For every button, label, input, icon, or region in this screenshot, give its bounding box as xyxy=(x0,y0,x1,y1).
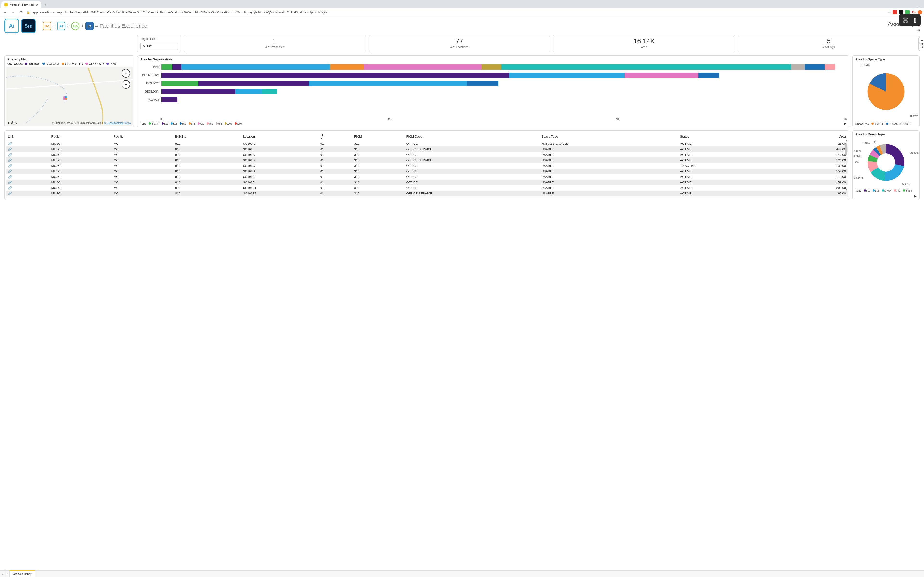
legend-item[interactable]: 4014004 xyxy=(25,62,40,66)
locations-table[interactable]: ▲ ▼ LinkRegionFacilityBuildingLocationFl… xyxy=(6,132,848,198)
forward-button[interactable]: → xyxy=(10,10,16,15)
table-header[interactable]: Region xyxy=(49,132,111,141)
donut-chart[interactable]: 30.12% 26.09% 13.69% 10... 4.46% 4.35% 1… xyxy=(853,137,919,188)
legend-item[interactable]: BIOLOGY xyxy=(42,62,60,66)
table-row[interactable]: 🔗MUSCMC810SC101F01310OFFICEUSABLEACTIVE1… xyxy=(6,180,848,185)
kpi-card[interactable]: 1# of Properties xyxy=(184,35,366,52)
url-text[interactable]: app.powerbi.com/reportEmbed?reportId=d9d… xyxy=(32,10,885,14)
table-header[interactable]: Flr xyxy=(318,132,352,141)
link-icon[interactable]: 🔗 xyxy=(8,192,12,195)
table-header[interactable]: Facility xyxy=(111,132,173,141)
legend-item[interactable]: 750 xyxy=(894,189,900,192)
page-next-button[interactable]: › xyxy=(5,571,10,577)
legend-more-icon[interactable]: ▶ xyxy=(914,195,916,198)
bar-segment[interactable] xyxy=(162,89,235,94)
legend-item[interactable]: CHEMISTRY xyxy=(61,62,83,66)
table-header[interactable]: Status xyxy=(678,132,767,141)
link-icon[interactable]: 🔗 xyxy=(8,142,12,145)
link-icon[interactable]: 🔗 xyxy=(8,147,12,151)
table-header[interactable]: Building xyxy=(173,132,241,141)
bar-segment[interactable] xyxy=(467,81,498,86)
filters-pane-toggle[interactable]: Filters ‹ xyxy=(919,38,924,50)
scroll-down-icon[interactable]: ▼ xyxy=(845,189,848,191)
map-zoom-in-button[interactable]: + xyxy=(121,69,130,77)
bar-segment[interactable] xyxy=(501,64,791,70)
ext-icon[interactable] xyxy=(918,10,922,15)
link-cell[interactable]: 🔗 xyxy=(6,152,49,158)
legend-item[interactable]: USABLE xyxy=(871,122,884,125)
bar-row[interactable]: GEOLOGY xyxy=(141,87,846,96)
legend-item[interactable]: 315 xyxy=(171,122,177,125)
legend-item[interactable]: (Blank) xyxy=(149,122,159,125)
legend-item[interactable]: 315 xyxy=(873,189,879,192)
table-header[interactable]: FICM Desc xyxy=(404,132,540,141)
bar-segment[interactable] xyxy=(162,73,509,78)
table-row[interactable]: 🔗MUSCMC810SC101A01310OFFICEUSABLEACTIVE1… xyxy=(6,152,848,158)
osm-link[interactable]: © OpenStreetMap xyxy=(104,122,123,124)
legend-item[interactable]: (Blank) xyxy=(903,189,913,192)
kpi-card[interactable]: 5# of Org's xyxy=(738,35,920,52)
link-cell[interactable]: 🔗 xyxy=(6,174,49,180)
link-cell[interactable]: 🔗 xyxy=(6,180,49,185)
link-cell[interactable]: 🔗 xyxy=(6,147,49,152)
link-icon[interactable]: 🔗 xyxy=(8,175,12,179)
page-prev-button[interactable]: ‹ xyxy=(0,571,5,577)
link-icon[interactable]: 🔗 xyxy=(8,153,12,156)
reload-button[interactable]: ⟳ xyxy=(18,10,24,15)
scroll-up-icon[interactable]: ▲ xyxy=(845,139,848,142)
legend-item[interactable]: NONASSIGNABLE xyxy=(886,122,911,125)
bar-segment[interactable] xyxy=(235,89,261,94)
bar-segment[interactable] xyxy=(172,64,181,70)
table-row[interactable]: 🔗MUSCMC810SC10101315OFFICE SERVICEUSABLE… xyxy=(6,147,848,152)
table-row[interactable]: 🔗MUSCMC810SC101E01310OFFICEUSABLEACTIVE1… xyxy=(6,174,848,180)
table-header[interactable]: Location xyxy=(241,132,318,141)
legend-item[interactable]: 310 xyxy=(864,189,870,192)
browser-tab[interactable]: Microsoft Power BI ✕ xyxy=(2,2,41,8)
star-icon[interactable]: ☆ xyxy=(887,10,890,14)
close-tab-icon[interactable]: ✕ xyxy=(36,3,38,6)
bar-segment[interactable] xyxy=(363,64,481,70)
bar-segment[interactable] xyxy=(181,64,330,70)
map-zoom-out-button[interactable]: − xyxy=(121,80,130,89)
link-icon[interactable]: 🔗 xyxy=(8,181,12,184)
legend-more-icon[interactable]: ▶ xyxy=(844,122,846,125)
bar-segment[interactable] xyxy=(509,73,625,78)
bar-segment[interactable] xyxy=(791,64,804,70)
table-row[interactable]: 🔗MUSCMC810SC101F101310OFFICEUSABLEACTIVE… xyxy=(6,185,848,191)
legend-item[interactable]: 750 xyxy=(207,122,213,125)
ext-icon[interactable]: Tp xyxy=(911,10,916,15)
bar-row[interactable]: BIOLOGY xyxy=(141,79,846,87)
ext-icon[interactable] xyxy=(893,10,897,15)
ext-icon[interactable] xyxy=(905,10,909,15)
legend-item[interactable]: 310 xyxy=(162,122,168,125)
bar-segment[interactable] xyxy=(262,89,278,94)
window-menu-icon[interactable]: ⋯ xyxy=(917,3,921,8)
legend-item[interactable]: WWW xyxy=(882,189,892,192)
bar-segment[interactable] xyxy=(198,81,309,86)
link-cell[interactable]: 🔗 xyxy=(6,185,49,191)
legend-item[interactable]: 755 xyxy=(216,122,222,125)
page-tab-org-occupancy[interactable]: Org Occupancy xyxy=(10,570,35,577)
back-button[interactable]: ← xyxy=(2,10,8,15)
kpi-card[interactable]: 16.14KArea xyxy=(553,35,735,52)
legend-item[interactable]: 350 xyxy=(179,122,186,125)
ext-icon[interactable] xyxy=(899,10,903,15)
legend-item[interactable]: 635 xyxy=(189,122,195,125)
region-filter-select[interactable]: MUSC ⌄ xyxy=(140,43,178,50)
table-row[interactable]: 🔗MUSCMC810SC100A01310OFFICENONASSIGNABLE… xyxy=(6,141,848,147)
map-area[interactable]: + − Bing © 2021 TomTom, © 2021 Microsoft… xyxy=(6,67,132,126)
bar-row[interactable]: CHEMISTRY xyxy=(141,71,846,79)
table-row[interactable]: 🔗MUSCMC810SC101D01310OFFICEUSABLEACTIVE1… xyxy=(6,169,848,174)
bar-segment[interactable] xyxy=(625,73,698,78)
bar-segment[interactable] xyxy=(162,97,177,102)
legend-item[interactable]: 720 xyxy=(197,122,204,125)
legend-item[interactable]: PPD xyxy=(107,62,116,66)
link-icon[interactable]: 🔗 xyxy=(8,186,12,190)
link-cell[interactable]: 🔗 xyxy=(6,191,49,197)
new-tab-button[interactable]: + xyxy=(43,2,48,8)
bar-segment[interactable] xyxy=(481,64,501,70)
terms-link[interactable]: Terms xyxy=(124,122,131,124)
link-cell[interactable]: 🔗 xyxy=(6,141,49,147)
bar-chart[interactable]: PPDCHEMISTRYBIOLOGYGEOLOGY4014004 xyxy=(137,62,849,117)
table-row[interactable]: 🔗MUSCMC810SC101C01310OFFICEUSABLE10-ACTI… xyxy=(6,163,848,169)
